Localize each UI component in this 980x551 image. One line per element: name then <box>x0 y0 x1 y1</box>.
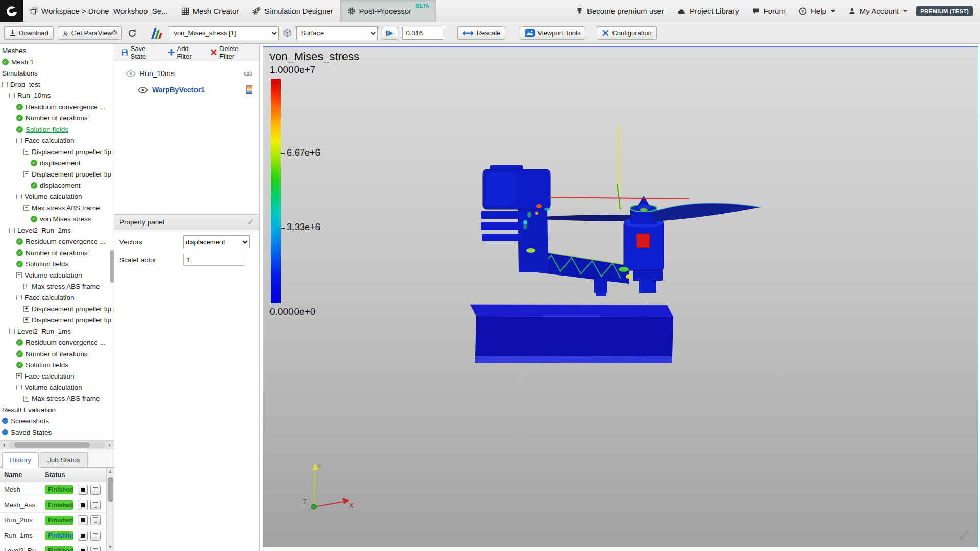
tree-item[interactable]: Saved States <box>0 427 114 438</box>
add-filter-button[interactable]: Add Filter <box>164 43 207 62</box>
tree-item[interactable]: von Mises stress <box>0 213 114 224</box>
scroll-left-arrow-icon[interactable]: ‹ <box>0 442 8 448</box>
tree-item[interactable]: Number of iterations <box>0 348 114 359</box>
configuration-button[interactable]: Configuration <box>597 26 656 40</box>
tree-item[interactable]: Level2_Run_1ms <box>0 325 114 337</box>
scroll-down-arrow-icon[interactable]: ▼ <box>108 545 112 550</box>
download-button[interactable]: Download <box>4 26 54 40</box>
tree-item[interactable]: Simulations <box>0 67 114 79</box>
history-vertical-scrollbar[interactable]: ▲ ▼ <box>106 468 114 551</box>
save-state-button[interactable]: Save State <box>117 43 164 62</box>
tree-item[interactable]: Residuum convergence ... <box>0 236 114 247</box>
collapse-box-icon[interactable] <box>16 385 22 390</box>
tree-item[interactable]: Volume calculation <box>0 269 114 281</box>
collapse-box-icon[interactable] <box>16 194 22 199</box>
my-account-menu[interactable]: My Account <box>842 0 915 22</box>
scale-factor-input[interactable] <box>183 254 244 266</box>
tree-item[interactable]: Displacement propeller tip 1 <box>0 168 114 180</box>
tree-item[interactable]: Residuum convergence ... <box>0 101 114 112</box>
stop-job-button[interactable] <box>78 515 88 525</box>
field-select[interactable]: von_Mises_stress [1] <box>169 26 279 40</box>
tree-item[interactable]: Level2_Run_2ms <box>0 224 114 236</box>
pipeline-item-run10ms[interactable]: Run_10ms <box>114 65 259 82</box>
collapse-box-icon[interactable] <box>16 295 22 300</box>
fullscreen-expand-icon[interactable] <box>958 529 971 542</box>
collapse-box-icon[interactable] <box>23 149 29 155</box>
delete-job-button[interactable] <box>90 485 101 495</box>
stop-job-button[interactable] <box>78 500 88 510</box>
app-logo[interactable] <box>0 0 23 22</box>
viewport-tools-button[interactable]: Viewport Tools <box>520 26 585 40</box>
tree-item[interactable]: Run_10ms <box>0 90 114 101</box>
time-value-input[interactable] <box>402 27 443 40</box>
scrollbar-thumb[interactable] <box>108 477 113 502</box>
delete-job-button[interactable] <box>90 500 101 510</box>
scrollbar-thumb[interactable] <box>14 442 89 448</box>
collapse-box-icon[interactable] <box>9 228 15 233</box>
tree-item[interactable]: Solution fields <box>0 359 114 370</box>
tree-item[interactable]: displacement <box>0 157 114 168</box>
visibility-eye-icon[interactable] <box>138 87 148 93</box>
tree-item[interactable]: Max stress ABS frame <box>0 202 114 213</box>
tab-history[interactable]: History <box>2 452 39 468</box>
expand-box-icon[interactable] <box>16 373 22 379</box>
tree-item[interactable]: Screenshots <box>0 415 114 427</box>
expand-box-icon[interactable] <box>23 306 29 312</box>
tree-item[interactable]: Face calculation <box>0 135 114 146</box>
forum-button[interactable]: Forum <box>746 0 792 22</box>
collapse-box-icon[interactable] <box>2 82 8 87</box>
tree-item[interactable]: displacement <box>0 180 114 191</box>
tree-item[interactable]: Displacement propeller tip 2 <box>0 146 114 157</box>
tree-item[interactable]: Meshes <box>0 45 114 56</box>
tab-mesh-creator[interactable]: Mesh Creator <box>175 0 246 22</box>
tree-item[interactable]: Max stress ABS frame <box>0 281 114 292</box>
scroll-up-arrow-icon[interactable]: ▲ <box>108 469 112 474</box>
tree-item[interactable]: Drop_test <box>0 79 114 90</box>
tree-item[interactable]: Max stress ABS frame <box>0 393 114 404</box>
get-paraview-button[interactable]: Get ParaView® <box>58 26 122 40</box>
scrollbar-track[interactable] <box>9 442 105 448</box>
3d-viewport[interactable]: von_Mises_stress 1.0000e+7 6.67e+6 3.33e… <box>263 46 978 547</box>
workspace-breadcrumb[interactable]: Workspace > Drone_Workshop_Se... <box>23 0 175 22</box>
tree-item[interactable]: Face calculation <box>0 370 114 382</box>
tab-post-processor[interactable]: Post-Processor BETA <box>340 0 436 22</box>
stop-job-button[interactable] <box>78 531 88 541</box>
tree-item[interactable]: Solution fields <box>0 258 114 269</box>
3d-scene[interactable] <box>263 47 978 547</box>
collapse-box-icon[interactable] <box>23 205 29 211</box>
tree-item[interactable]: Mesh 1 <box>0 56 114 67</box>
project-library-button[interactable]: Project Library <box>671 0 746 22</box>
delete-job-button[interactable] <box>90 515 101 525</box>
collapse-box-icon[interactable] <box>9 93 15 98</box>
representation-select[interactable]: Surface <box>296 26 378 40</box>
stop-job-button[interactable] <box>78 546 88 551</box>
tree-item[interactable]: Solution fields <box>0 123 114 135</box>
expand-box-icon[interactable] <box>23 317 29 323</box>
collapse-box-icon[interactable] <box>16 272 22 278</box>
help-menu[interactable]: ? Help <box>792 0 842 22</box>
tree-item[interactable]: Displacement propeller tip 2 <box>0 303 114 314</box>
tree-item[interactable]: Result Evaluation <box>0 404 114 415</box>
expand-box-icon[interactable] <box>23 396 29 402</box>
tree-item[interactable]: Volume calculation <box>0 382 114 393</box>
become-premium-button[interactable]: Become premium user <box>569 0 671 22</box>
tree-item[interactable]: Number of iterations <box>0 112 114 123</box>
collapse-box-icon[interactable] <box>16 138 22 143</box>
scroll-right-arrow-icon[interactable]: › <box>106 442 114 448</box>
tree-item[interactable]: Volume calculation <box>0 191 114 202</box>
refresh-button[interactable] <box>126 27 138 39</box>
expand-box-icon[interactable] <box>23 284 29 289</box>
apply-check-icon[interactable]: ✓ <box>247 217 254 228</box>
visibility-eye-icon[interactable] <box>126 70 136 77</box>
colormap-icon[interactable] <box>246 85 252 94</box>
vectors-select[interactable]: displacement <box>183 235 250 248</box>
tree-item[interactable]: Residuum convergence ... <box>0 337 114 348</box>
tree-vertical-scrollbar[interactable] <box>110 44 114 440</box>
delete-filter-button[interactable]: Delete Filter <box>207 43 256 62</box>
tab-simulation-designer[interactable]: Simulation Designer <box>246 0 339 22</box>
tab-job-status[interactable]: Job Status <box>40 452 88 467</box>
tree-item[interactable]: Number of iterations <box>0 247 114 258</box>
rescale-button[interactable]: Rescale <box>457 26 505 40</box>
play-button[interactable] <box>382 27 398 40</box>
tree-item[interactable]: Displacement propeller tip 1 <box>0 314 114 325</box>
